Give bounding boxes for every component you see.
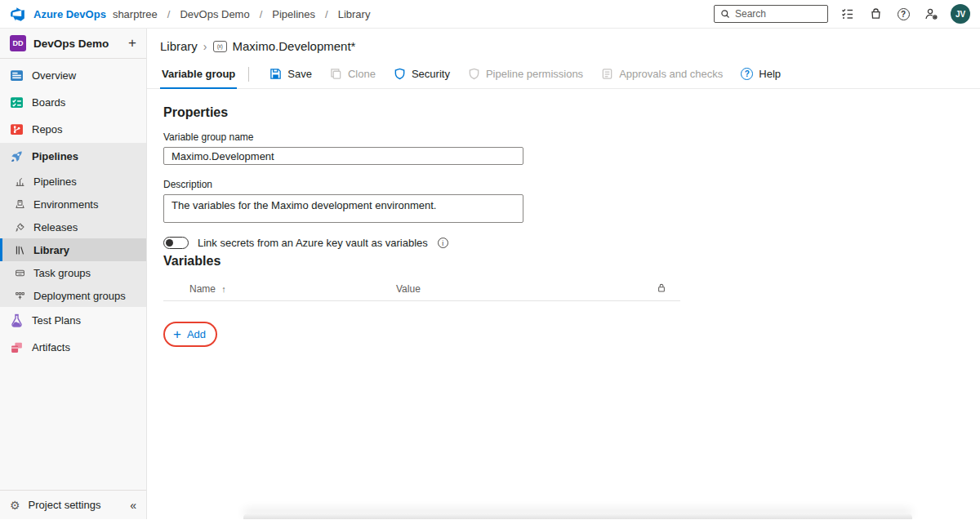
tab-variable-group[interactable]: Variable group bbox=[160, 60, 237, 89]
sidebar-footer: ⚙ Project settings « bbox=[0, 490, 146, 519]
approvals-and-checks-label: Approvals and checks bbox=[619, 68, 723, 80]
breadcrumb-separator: / bbox=[325, 8, 328, 20]
sidebar-item-label: Boards bbox=[32, 96, 65, 109]
clipboard-check-icon bbox=[601, 68, 613, 80]
sidebar-item-boards[interactable]: Boards bbox=[0, 89, 146, 116]
brand-label[interactable]: Azure DevOps bbox=[33, 8, 106, 20]
project-header[interactable]: DD DevOps Demo + bbox=[0, 29, 146, 58]
sidebar-item-test-plans[interactable]: Test Plans bbox=[0, 307, 146, 334]
add-project-item-button[interactable]: + bbox=[128, 35, 136, 51]
breadcrumb-project[interactable]: DevOps Demo bbox=[180, 8, 249, 20]
breadcrumb-library-link[interactable]: Library bbox=[160, 39, 198, 53]
sidebar-item-label: Pipelines bbox=[32, 150, 78, 162]
clone-icon bbox=[330, 68, 342, 80]
project-name[interactable]: DevOps Demo bbox=[33, 38, 121, 50]
task-list-icon[interactable] bbox=[840, 6, 856, 22]
variable-group-name-input[interactable] bbox=[163, 147, 523, 165]
user-settings-icon[interactable] bbox=[923, 6, 939, 22]
help-button[interactable]: ? Help bbox=[732, 63, 790, 86]
sidebar-item-repos[interactable]: Repos bbox=[0, 116, 146, 143]
sidebar-item-overview[interactable]: Overview bbox=[0, 62, 146, 89]
toolbar-separator bbox=[248, 67, 249, 82]
library-icon bbox=[14, 245, 25, 256]
sidebar-divider bbox=[0, 58, 146, 59]
breadcrumb-org[interactable]: sharptree bbox=[113, 8, 158, 20]
approvals-and-checks-button: Approvals and checks bbox=[592, 63, 732, 86]
sidebar-item-label: Artifacts bbox=[32, 341, 70, 353]
column-value: Value bbox=[396, 283, 421, 295]
azure-devops-logo-icon[interactable] bbox=[10, 7, 25, 22]
sidebar-item-task-groups[interactable]: Task groups bbox=[0, 261, 146, 284]
clone-button: Clone bbox=[321, 63, 385, 86]
shield-icon bbox=[394, 68, 406, 80]
column-name[interactable]: Name ↑ bbox=[189, 283, 226, 295]
sidebar-item-releases[interactable]: Releases bbox=[0, 216, 146, 238]
security-button[interactable]: Security bbox=[385, 63, 459, 86]
shield-icon bbox=[468, 68, 480, 80]
variables-table-header: Name ↑ Value bbox=[163, 280, 680, 301]
toggle-knob bbox=[166, 239, 173, 247]
properties-heading: Properties bbox=[163, 105, 980, 120]
sidebar-item-label: Releases bbox=[33, 221, 78, 233]
lock-icon bbox=[657, 282, 666, 293]
info-icon[interactable]: i bbox=[438, 238, 448, 248]
boards-icon bbox=[10, 96, 24, 109]
top-bar-left: Azure DevOps sharptree / DevOps Demo / P… bbox=[10, 7, 370, 22]
save-button[interactable]: Save bbox=[261, 63, 321, 86]
breadcrumb-library[interactable]: Library bbox=[338, 8, 371, 20]
pipelines-section: Pipelines Pipelines Environments Release… bbox=[0, 143, 146, 307]
sidebar-item-pipelines-sub[interactable]: Pipelines bbox=[0, 170, 146, 193]
gear-icon: ⚙ bbox=[10, 499, 20, 512]
collapse-sidebar-icon[interactable]: « bbox=[130, 499, 136, 512]
main-content: Library › (x) Maximo.Development* Variab… bbox=[147, 29, 980, 519]
red-annotation-circle: + Add bbox=[163, 322, 217, 347]
tab-toolbar: Variable group Save Clone Security Pipel… bbox=[147, 60, 980, 89]
plus-icon: + bbox=[173, 327, 181, 341]
deployment-groups-icon bbox=[14, 291, 25, 301]
help-label: Help bbox=[759, 68, 781, 80]
search-icon bbox=[720, 9, 730, 19]
page-title: Maximo.Development* bbox=[233, 39, 356, 53]
add-annotation-area: + Add bbox=[163, 322, 217, 347]
breadcrumb-separator: / bbox=[260, 8, 263, 20]
page-breadcrumb: Library › (x) Maximo.Development* bbox=[147, 29, 980, 60]
top-bar: Azure DevOps sharptree / DevOps Demo / P… bbox=[0, 0, 980, 29]
sidebar-item-environments[interactable]: Environments bbox=[0, 193, 146, 216]
sidebar-item-label: Overview bbox=[32, 69, 76, 82]
releases-icon bbox=[14, 222, 25, 233]
marketplace-bag-icon[interactable] bbox=[867, 6, 884, 22]
sidebar-item-library[interactable]: Library bbox=[0, 238, 146, 261]
sidebar-item-label: Repos bbox=[32, 123, 63, 136]
help-circle-icon[interactable]: ? bbox=[895, 6, 911, 22]
security-label: Security bbox=[412, 68, 450, 80]
sidebar-item-artifacts[interactable]: Artifacts bbox=[0, 334, 146, 361]
variables-heading: Variables bbox=[163, 254, 980, 269]
pipeline-permissions-button: Pipeline permissions bbox=[459, 63, 592, 86]
breadcrumb-pipelines[interactable]: Pipelines bbox=[272, 8, 315, 20]
help-question-glyph: ? bbox=[898, 8, 910, 20]
sidebar-item-deployment-groups[interactable]: Deployment groups bbox=[0, 284, 146, 307]
description-input[interactable]: The variables for the Maximo development… bbox=[163, 194, 523, 223]
environments-icon bbox=[14, 199, 25, 210]
pipeline-runs-icon bbox=[14, 176, 25, 187]
pipelines-icon bbox=[10, 149, 24, 163]
search-box[interactable] bbox=[714, 5, 828, 23]
add-label: Add bbox=[187, 328, 206, 340]
clone-label: Clone bbox=[348, 68, 376, 80]
sidebar-item-pipelines[interactable]: Pipelines bbox=[0, 143, 146, 170]
add-variable-button[interactable]: + Add bbox=[173, 327, 206, 341]
sidebar-nav: Overview Boards Repos Pipelines Pipeline… bbox=[0, 62, 146, 361]
user-avatar[interactable]: JV bbox=[951, 4, 970, 24]
sidebar-item-label: Deployment groups bbox=[33, 290, 126, 302]
variable-group-icon: (x) bbox=[213, 41, 227, 52]
save-label: Save bbox=[287, 68, 312, 80]
pipeline-permissions-label: Pipeline permissions bbox=[486, 68, 583, 80]
project-settings-label: Project settings bbox=[29, 499, 101, 511]
task-groups-icon bbox=[14, 268, 25, 278]
project-settings-button[interactable]: ⚙ Project settings « bbox=[0, 491, 146, 519]
macos-dock-edge bbox=[243, 513, 912, 519]
search-input[interactable] bbox=[735, 8, 822, 20]
link-secrets-toggle[interactable] bbox=[163, 237, 189, 249]
save-icon bbox=[270, 68, 282, 80]
column-name-label: Name bbox=[189, 283, 216, 295]
